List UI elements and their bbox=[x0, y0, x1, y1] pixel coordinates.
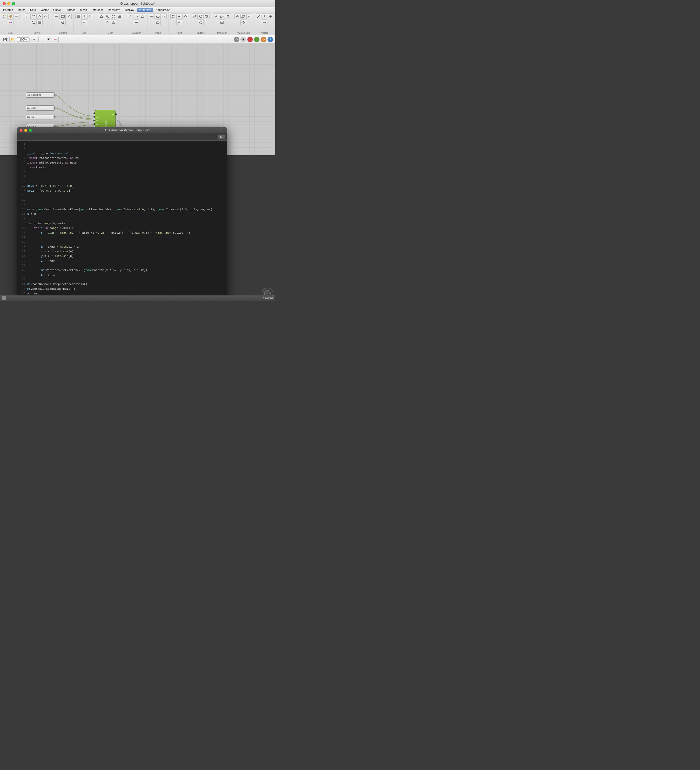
toolbar-icon-curve-5[interactable] bbox=[31, 19, 37, 25]
toolbar-icon-point-1[interactable] bbox=[170, 13, 176, 19]
save-button[interactable]: 💾 bbox=[2, 37, 8, 42]
toolbar-icon-transform-3[interactable] bbox=[225, 13, 231, 19]
nav-icon[interactable] bbox=[2, 296, 6, 300]
toolbar-icon-plane-4[interactable] bbox=[155, 19, 161, 25]
toolbar-icon-transform-1[interactable] bbox=[213, 13, 219, 19]
toggle-preview-button[interactable]: 👁 bbox=[46, 37, 52, 42]
run-button[interactable]: ▶ bbox=[218, 134, 225, 140]
toolbar-icon-twisted-4[interactable] bbox=[240, 19, 246, 25]
toolbar-icon-mesh-4[interactable] bbox=[117, 13, 122, 19]
toolbar-icon-plane-3[interactable] bbox=[161, 13, 167, 19]
toolbar-icon-3[interactable] bbox=[14, 13, 19, 19]
toolbar-icon-list-1[interactable] bbox=[75, 13, 81, 19]
toolbar-icon-num-2[interactable]: 1+1 bbox=[134, 13, 139, 19]
code-line-8: 8 bbox=[17, 175, 227, 179]
toolbar-icon-transform-2[interactable] bbox=[219, 13, 225, 19]
menu-vector[interactable]: Vector bbox=[39, 8, 51, 12]
toolbar-icon-mesh-6[interactable] bbox=[110, 19, 116, 25]
toolbar-icon-twisted-1[interactable] bbox=[235, 13, 240, 19]
editor-close-button[interactable] bbox=[19, 129, 23, 132]
zoom-dropdown[interactable]: ▾ bbox=[31, 37, 37, 42]
close-button[interactable] bbox=[3, 2, 6, 5]
menu-surface[interactable]: Surface bbox=[63, 8, 77, 12]
svg-text:1+1: 1+1 bbox=[136, 15, 139, 18]
toolbar-icon-vector-2[interactable] bbox=[262, 13, 267, 19]
toolbar-icon-curve-6[interactable] bbox=[37, 19, 42, 25]
toolbar-icon-vector-1[interactable] bbox=[256, 13, 261, 19]
toolbar-icon-domain-3[interactable] bbox=[66, 13, 72, 19]
editor-max-button[interactable] bbox=[29, 129, 32, 132]
svg-rect-23 bbox=[108, 16, 109, 18]
alert-button[interactable]: ! bbox=[247, 37, 253, 42]
toolbar-icon-point-3[interactable] bbox=[182, 13, 188, 19]
toolbar-icon-surface-3[interactable] bbox=[204, 13, 209, 19]
toolbar-icon-twisted-3[interactable] bbox=[246, 13, 252, 19]
param-node-nv[interactable]: nv ◇5 bbox=[26, 114, 55, 120]
svg-point-30 bbox=[136, 22, 137, 23]
editor-window-controls[interactable] bbox=[19, 129, 32, 132]
toolbar-icon-list-3[interactable] bbox=[87, 13, 93, 19]
minimize-button[interactable] bbox=[7, 2, 10, 5]
toolbar-icon-domain-4[interactable] bbox=[60, 19, 66, 25]
toggle-button[interactable]: ◑ bbox=[261, 37, 266, 42]
menu-mesh[interactable]: Mesh bbox=[78, 8, 89, 12]
toolbar-icon-2[interactable] bbox=[8, 13, 13, 19]
toolbar-icon-mesh-3[interactable] bbox=[110, 13, 116, 19]
code-line-30: 30 bbox=[17, 277, 227, 282]
svg-rect-50 bbox=[220, 16, 222, 18]
open-button[interactable]: 📂 bbox=[9, 37, 15, 42]
toolbar-icon-1[interactable] bbox=[2, 13, 8, 19]
toolbar-icon-point-2[interactable] bbox=[176, 13, 182, 19]
toolbar-icon-surface-4[interactable] bbox=[198, 19, 204, 25]
toolbar-icon-list-2[interactable] bbox=[81, 13, 87, 19]
toolbar-icon-curve-4[interactable] bbox=[43, 13, 49, 19]
toolbar-icon-list-4[interactable] bbox=[81, 19, 87, 25]
record-button[interactable]: ✏ bbox=[53, 37, 59, 42]
param-node-sx[interactable]: sx ◇103.824 bbox=[26, 92, 55, 98]
menu-curve[interactable]: Curve bbox=[51, 8, 63, 12]
info-button[interactable]: ℹ bbox=[267, 37, 273, 42]
window-controls[interactable] bbox=[3, 2, 15, 5]
menu-transform[interactable]: Transform bbox=[105, 8, 122, 12]
svg-point-18 bbox=[83, 22, 84, 23]
menu-params[interactable]: Params bbox=[1, 8, 15, 12]
menu-maths[interactable]: Maths bbox=[16, 8, 28, 12]
view-button[interactable]: ◉ bbox=[240, 37, 246, 42]
toolbar-icon-domain-1[interactable] bbox=[54, 13, 60, 19]
toolbar-icon-num-1[interactable]: ## bbox=[128, 13, 133, 19]
menu-kangaroo2[interactable]: Kangaroo2 bbox=[154, 8, 172, 12]
menu-sets[interactable]: Sets bbox=[28, 8, 38, 12]
maximize-button[interactable] bbox=[12, 2, 15, 5]
toolbar-icon-curve-2[interactable] bbox=[31, 13, 37, 19]
toolbar-icon-point-4[interactable] bbox=[176, 19, 182, 25]
toolbar-icon-transform-4[interactable] bbox=[219, 19, 225, 25]
toolbar-icon-twisted-2[interactable] bbox=[240, 13, 246, 19]
toolbar-group-vector: Vector bbox=[254, 13, 275, 35]
toolbar-icon-4[interactable] bbox=[8, 19, 13, 25]
toolbar-icon-curve-1[interactable] bbox=[25, 13, 31, 19]
menu-intersect[interactable]: Intersect bbox=[89, 8, 105, 12]
settings-button[interactable]: ⚙ bbox=[234, 37, 240, 42]
toolbar-icon-curve-3[interactable] bbox=[37, 13, 42, 19]
editor-code-area[interactable]: 1 2 3 __author__ = "weihaoqiu" 4 import … bbox=[17, 141, 227, 301]
grass-button[interactable]: 🌿 bbox=[254, 37, 260, 42]
param-node-nu[interactable]: nu ◇48 bbox=[26, 105, 55, 111]
toolbar-icon-num-4[interactable] bbox=[134, 19, 139, 25]
toolbar-group-point: Point bbox=[169, 13, 190, 35]
toolbar-icon-mesh-1[interactable] bbox=[99, 13, 104, 19]
toolbar-icon-domain-2[interactable] bbox=[60, 13, 66, 19]
toolbar-icon-surface-2[interactable] bbox=[198, 13, 204, 19]
zoom-display[interactable]: 100% bbox=[16, 37, 29, 42]
toolbar-icon-num-3[interactable] bbox=[140, 13, 146, 19]
toolbar-icon-mesh-5[interactable] bbox=[105, 19, 110, 25]
fit-view-button[interactable]: ⛶ bbox=[39, 37, 44, 42]
menu-display[interactable]: Display bbox=[123, 8, 136, 12]
toolbar-icon-surface-1[interactable] bbox=[192, 13, 198, 19]
toolbar-icon-plane-2[interactable] bbox=[155, 13, 161, 19]
editor-min-button[interactable] bbox=[24, 129, 27, 132]
toolbar-icon-vector-4[interactable] bbox=[262, 19, 267, 25]
toolbar-icon-mesh-2[interactable] bbox=[105, 13, 110, 19]
menu-pufferfish[interactable]: Pufferfish bbox=[137, 8, 153, 12]
toolbar-icon-plane-1[interactable] bbox=[149, 13, 155, 19]
toolbar-icon-vector-3[interactable] bbox=[268, 13, 274, 19]
